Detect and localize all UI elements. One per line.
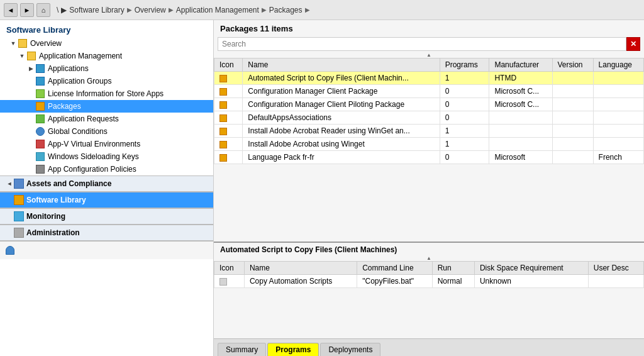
table-row[interactable]: DefaultAppsAssociations 0 xyxy=(214,111,644,125)
cell-icon xyxy=(214,275,245,288)
sidebar-section-label: Monitoring xyxy=(26,212,65,221)
cell-programs: 0 xyxy=(440,151,489,164)
sidebar-item-license-info[interactable]: License Information for Store Apps xyxy=(0,87,213,100)
cell-icon xyxy=(214,125,243,138)
cell-version xyxy=(552,72,593,85)
detail-panel: Automated Script to Copy Files (Client M… xyxy=(214,243,644,356)
expand-icon xyxy=(26,114,35,123)
cell-programs: 1 xyxy=(440,125,489,138)
cell-version xyxy=(552,151,593,164)
cell-desc xyxy=(588,275,643,288)
detail-col-name[interactable]: Name xyxy=(244,262,357,275)
back-button[interactable]: ◄ xyxy=(4,3,18,17)
table-row[interactable]: Configuration Manager Client Piloting Pa… xyxy=(214,98,644,111)
expand-icon xyxy=(26,102,35,111)
sidebar-section-assets[interactable]: ◄ Assets and Compliance xyxy=(0,175,213,192)
detail-table: Icon Name Command Line Run Disk Space Re… xyxy=(214,261,644,288)
col-icon[interactable]: Icon xyxy=(214,58,243,72)
tab-programs[interactable]: Programs xyxy=(267,343,319,356)
col-manufacturer[interactable]: Manufacturer xyxy=(489,58,552,72)
sidebar-item-label: License Information for Store Apps xyxy=(48,89,164,98)
detail-scroll-arrow[interactable]: ▲ xyxy=(214,255,644,261)
cell-manufacturer: Microsoft xyxy=(489,151,552,164)
cell-name: Install Adobe Acrobat Reader using WinGe… xyxy=(243,125,440,138)
tabs-bar: Summary Programs Deployments xyxy=(214,338,644,356)
breadcrumb-sw-library[interactable]: Software Library xyxy=(69,6,124,14)
sidebar-item-overview[interactable]: ▼ Overview xyxy=(0,37,213,50)
sidebar-item-win-sideloading[interactable]: Windows Sideloading Keys xyxy=(0,150,213,163)
cell-name: Configuration Manager Client Package xyxy=(243,85,440,98)
search-input[interactable] xyxy=(218,37,626,51)
toolbar: ◄ ► ⌂ \ ▶ Software Library ▶ Overview ▶ … xyxy=(0,0,644,20)
global-conditions-icon xyxy=(35,126,45,136)
forward-button[interactable]: ► xyxy=(20,3,34,17)
sidebar-item-appv[interactable]: App-V Virtual Environments xyxy=(0,138,213,150)
expand-icon xyxy=(26,77,35,86)
cell-manufacturer xyxy=(489,125,552,138)
expand-icon: ◄ xyxy=(5,179,14,188)
expand-icon xyxy=(5,228,14,237)
table-row[interactable]: Automated Script to Copy Files (Client M… xyxy=(214,72,644,85)
sidebar-item-label: Application Management xyxy=(39,52,122,60)
cell-programs: 1 xyxy=(440,138,489,151)
cell-version xyxy=(552,85,593,98)
expand-icon: ▼ xyxy=(9,39,18,48)
sidebar-item-global-conditions[interactable]: Global Conditions xyxy=(0,125,213,138)
overview-icon xyxy=(18,38,28,48)
sidebar-item-applications[interactable]: ▶ Applications xyxy=(0,62,213,75)
cell-icon xyxy=(214,72,243,85)
sidebar-item-label: Applications xyxy=(48,64,89,73)
cell-manufacturer: HTMD xyxy=(489,72,552,85)
table-row[interactable]: Install Adobe Acrobat using Winget 1 xyxy=(214,138,644,151)
col-version[interactable]: Version xyxy=(552,58,593,72)
packages-table-scroll[interactable]: Icon Name Programs Manufacturer Version … xyxy=(214,58,644,242)
tab-deployments[interactable]: Deployments xyxy=(320,343,380,356)
app-requests-icon xyxy=(35,114,45,124)
table-row[interactable]: Copy Automation Scripts "CopyFiles.bat" … xyxy=(214,275,644,288)
detail-col-cmdline[interactable]: Command Line xyxy=(357,262,432,275)
breadcrumb-app-mgmt[interactable]: Application Management xyxy=(176,6,259,14)
scroll-up-arrow[interactable]: ▲ xyxy=(214,52,644,58)
table-row[interactable]: Configuration Manager Client Package 0 M… xyxy=(214,85,644,98)
sidebar-item-packages[interactable]: Packages xyxy=(0,100,213,113)
col-name[interactable]: Name xyxy=(243,58,440,72)
breadcrumb-separator: ▶ xyxy=(127,6,132,13)
packages-title: Packages 11 items xyxy=(214,20,644,36)
sidebar-section-administration[interactable]: Administration xyxy=(0,225,213,241)
table-row[interactable]: Install Adobe Acrobat Reader using WinGe… xyxy=(214,125,644,138)
sidebar-item-app-groups[interactable]: Application Groups xyxy=(0,75,213,87)
person-icon xyxy=(5,245,15,255)
detail-col-run[interactable]: Run xyxy=(432,262,474,275)
detail-col-desc[interactable]: User Desc xyxy=(588,262,643,275)
app-mgmt-icon xyxy=(26,51,36,61)
expand-icon xyxy=(26,152,35,161)
breadcrumb-packages[interactable]: Packages xyxy=(269,6,303,14)
breadcrumb-separator: ▶ xyxy=(262,6,267,13)
cell-version xyxy=(552,138,593,151)
table-row[interactable]: Language Pack fr-fr 0 Microsoft French xyxy=(214,151,644,164)
sw-library-icon xyxy=(14,195,24,205)
cell-programs: 0 xyxy=(440,85,489,98)
col-language[interactable]: Language xyxy=(593,58,643,72)
cell-manufacturer: Microsoft C... xyxy=(489,98,552,111)
sidebar-section-monitoring[interactable]: Monitoring xyxy=(0,208,213,225)
breadcrumb-overview[interactable]: Overview xyxy=(135,6,166,14)
col-programs[interactable]: Programs xyxy=(440,58,489,72)
sidebar-item-app-config[interactable]: App Configuration Policies xyxy=(0,163,213,175)
detail-col-icon[interactable]: Icon xyxy=(214,262,245,275)
sidebar-item-app-management[interactable]: ▼ Application Management xyxy=(0,50,213,62)
breadcrumb-separator: ▶ xyxy=(169,6,174,13)
search-clear-button[interactable]: ✕ xyxy=(626,37,640,51)
sidebar-section-sw-library[interactable]: Software Library xyxy=(0,192,213,208)
detail-col-disk[interactable]: Disk Space Requirement xyxy=(474,262,588,275)
cell-language xyxy=(593,125,643,138)
home-button[interactable]: ⌂ xyxy=(36,3,50,17)
detail-table-scroll[interactable]: Icon Name Command Line Run Disk Space Re… xyxy=(214,261,644,338)
sidebar-item-app-requests[interactable]: Application Requests xyxy=(0,113,213,125)
table-header-row: Icon Name Programs Manufacturer Version … xyxy=(214,58,644,72)
cell-version xyxy=(552,125,593,138)
sidebar-item-label: Overview xyxy=(30,39,62,48)
tab-summary[interactable]: Summary xyxy=(218,343,266,356)
expand-icon: ▼ xyxy=(18,52,26,60)
cell-name: Copy Automation Scripts xyxy=(244,275,357,288)
